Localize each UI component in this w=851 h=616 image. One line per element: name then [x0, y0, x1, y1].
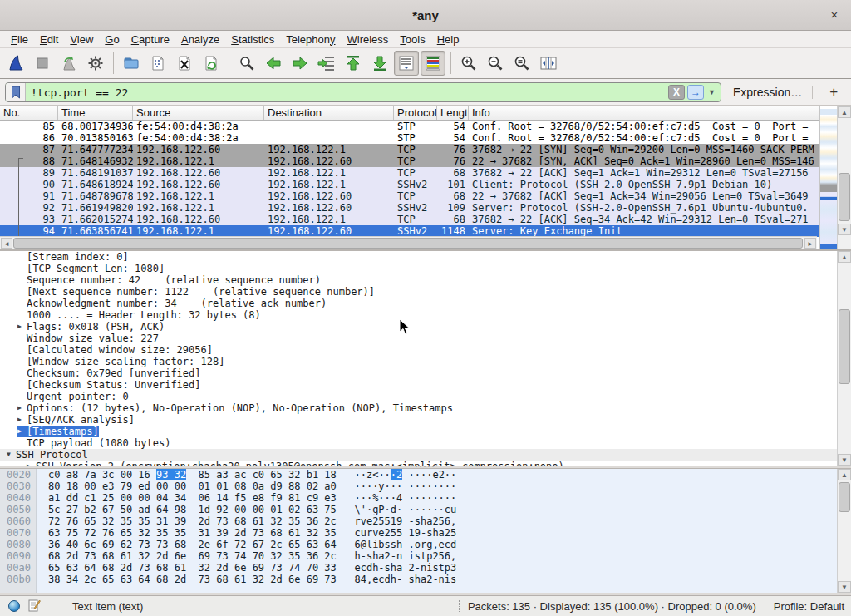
- scroll-down-icon[interactable]: ▼: [838, 454, 851, 466]
- menu-view[interactable]: View: [64, 32, 99, 47]
- find-packet-button[interactable]: [234, 51, 259, 76]
- column-header-source[interactable]: Source: [133, 106, 264, 120]
- resize-columns-button[interactable]: [536, 51, 561, 76]
- scrollbar-thumb[interactable]: [13, 238, 803, 249]
- zoom-in-button[interactable]: [456, 51, 481, 76]
- zoom-100-button[interactable]: [509, 51, 534, 76]
- menu-telephony[interactable]: Telephony: [280, 32, 341, 47]
- hex-row-0080[interactable]: 008036 40 6c 69 62 73 73 68 2e 6f 72 67 …: [0, 539, 851, 550]
- save-file-button[interactable]: [145, 51, 170, 76]
- go-to-bottom-button[interactable]: [367, 51, 392, 76]
- hex-row-00a0[interactable]: 00a065 63 64 68 2d 73 68 61 32 2d 6e 69 …: [0, 562, 851, 574]
- packet-list-horizontal-scrollbar[interactable]: ◄ ►: [0, 236, 817, 249]
- scroll-up-icon[interactable]: ▲: [838, 469, 851, 480]
- display-filter-input[interactable]: !tcp.port == 22: [26, 86, 668, 99]
- expression-button[interactable]: Expression…: [733, 86, 802, 99]
- packet-row-85[interactable]: 8568.001734936fe:54:00:d4:38:2aSTP54Conf…: [0, 121, 851, 132]
- apply-filter-button[interactable]: →: [687, 85, 704, 100]
- go-to-top-button[interactable]: [341, 51, 366, 76]
- stop-capture-button[interactable]: [30, 51, 55, 76]
- packet-row-89[interactable]: 8971.648191037192.168.122.60192.168.122.…: [0, 167, 851, 179]
- reload-file-button[interactable]: [199, 51, 224, 76]
- detail-line[interactable]: Urgent pointer: 0: [0, 391, 851, 402]
- menu-help[interactable]: Help: [431, 32, 465, 47]
- detail-line[interactable]: [Stream index: 0]: [0, 251, 851, 263]
- menu-file[interactable]: File: [5, 32, 34, 47]
- go-back-button[interactable]: [261, 51, 286, 76]
- expand-closed-icon[interactable]: ▶: [17, 426, 27, 437]
- expand-open-icon[interactable]: ▼: [7, 449, 16, 461]
- detail-line[interactable]: 1000 .... = Header Length: 32 bytes (8): [0, 309, 851, 321]
- packet-row-92[interactable]: 9271.661949820192.168.122.1192.168.122.6…: [0, 202, 851, 214]
- menu-wireless[interactable]: Wireless: [342, 32, 395, 47]
- detail-line[interactable]: Acknowledgment number: 34 (relative ack …: [0, 298, 851, 309]
- hex-row-0050[interactable]: 00505c 27 b2 67 50 ad 64 98 1d 92 00 00 …: [0, 504, 851, 515]
- open-file-button[interactable]: [119, 51, 144, 76]
- display-filter-entry[interactable]: !tcp.port == 22 X → ▼: [5, 82, 721, 102]
- packet-row-87[interactable]: 8771.647777234192.168.122.60192.168.122.…: [0, 144, 851, 155]
- detail-line[interactable]: Sequence number: 42 (relative sequence n…: [0, 274, 851, 286]
- packet-row-91[interactable]: 9171.648789678192.168.122.1192.168.122.6…: [0, 190, 851, 202]
- restart-capture-button[interactable]: [57, 51, 81, 76]
- detail-line[interactable]: ▶[SEQ/ACK analysis]: [0, 414, 851, 426]
- column-header-length[interactable]: Length: [437, 106, 469, 120]
- detail-line[interactable]: [Window size scaling factor: 128]: [0, 356, 851, 367]
- detail-line[interactable]: ▼SSH Protocol: [0, 449, 851, 461]
- clear-filter-button[interactable]: X: [668, 85, 685, 100]
- scroll-down-icon[interactable]: ▼: [838, 581, 851, 593]
- intelligent-scrollbar-minimap[interactable]: [819, 106, 837, 249]
- column-header-protocol[interactable]: Protocol: [394, 106, 437, 120]
- hex-row-0070[interactable]: 007063 75 72 76 65 32 35 35 31 39 2d 73 …: [0, 527, 851, 539]
- scroll-up-icon[interactable]: ▲: [838, 251, 851, 263]
- detail-line[interactable]: [TCP Segment Len: 1080]: [0, 263, 851, 274]
- hex-row-0090[interactable]: 009068 2d 73 68 61 32 2d 6e 69 73 74 70 …: [0, 550, 851, 562]
- detail-vertical-scrollbar[interactable]: ▲ ▼: [837, 251, 851, 466]
- detail-line[interactable]: ▶Options: (12 bytes), No-Operation (NOP)…: [0, 402, 851, 414]
- packet-row-88[interactable]: 8871.648146932192.168.122.1192.168.122.6…: [0, 155, 851, 167]
- close-window-button[interactable]: ×: [826, 7, 843, 23]
- hex-row-0020[interactable]: 0020c0 a8 7a 3c 00 16 93 32 85 a3 ac c0 …: [0, 469, 851, 480]
- menu-statistics[interactable]: Statistics: [225, 32, 280, 47]
- column-header-time[interactable]: Time: [58, 106, 133, 120]
- scrollbar-thumb[interactable]: [839, 482, 850, 512]
- capture-comment-icon[interactable]: [28, 599, 41, 614]
- scroll-left-icon[interactable]: ◄: [1, 238, 12, 249]
- packet-row-93[interactable]: 9371.662015274192.168.122.60192.168.122.…: [0, 214, 851, 225]
- colorize-button[interactable]: [421, 51, 445, 76]
- detail-line[interactable]: ▶Flags: 0x018 (PSH, ACK): [0, 321, 851, 333]
- menu-tools[interactable]: Tools: [394, 32, 430, 47]
- menu-edit[interactable]: Edit: [34, 32, 64, 47]
- detail-line[interactable]: [Checksum Status: Unverified]: [0, 379, 851, 391]
- packet-row-94[interactable]: 9471.663856741192.168.122.1192.168.122.6…: [0, 225, 851, 237]
- detail-line[interactable]: [Calculated window size: 29056]: [0, 344, 851, 356]
- title-bar[interactable]: *any ×: [0, 0, 851, 31]
- detail-line[interactable]: Window size value: 227: [0, 333, 851, 344]
- expand-closed-icon[interactable]: ▶: [17, 414, 27, 426]
- auto-scroll-button[interactable]: [394, 51, 419, 76]
- detail-line[interactable]: TCP payload (1080 bytes): [0, 437, 851, 449]
- capture-options-button[interactable]: [83, 51, 108, 76]
- scroll-down-icon[interactable]: ▼: [838, 224, 851, 235]
- packet-list-header[interactable]: No.TimeSourceDestinationProtocolLengthIn…: [0, 106, 851, 121]
- status-profile[interactable]: Profile: Default: [774, 600, 844, 613]
- add-filter-button[interactable]: +: [823, 84, 844, 101]
- detail-line[interactable]: ▶[Timestamps]: [0, 426, 851, 437]
- hex-row-0030[interactable]: 003080 18 00 e3 79 ed 00 00 01 01 08 0a …: [0, 480, 851, 492]
- column-header-destination[interactable]: Destination: [264, 106, 394, 120]
- menu-go[interactable]: Go: [99, 32, 125, 47]
- go-to-packet-button[interactable]: [314, 51, 339, 76]
- packet-row-86[interactable]: 8670.013850163fe:54:00:d4:38:2aSTP54Conf…: [0, 132, 851, 144]
- packet-list-vertical-scrollbar[interactable]: ▲ ▼: [837, 106, 851, 249]
- hex-row-00b0[interactable]: 00b038 34 2c 65 63 64 68 2d 73 68 61 32 …: [0, 574, 851, 585]
- scroll-up-icon[interactable]: ▲: [838, 106, 851, 118]
- expert-info-icon[interactable]: [8, 600, 20, 612]
- start-capture-button[interactable]: [3, 51, 28, 76]
- filter-bookmark-button[interactable]: [6, 83, 26, 101]
- detail-line[interactable]: [Next sequence number: 1122 (relative se…: [0, 286, 851, 298]
- detail-line[interactable]: Checksum: 0x79ed [unverified]: [0, 367, 851, 379]
- scroll-right-icon[interactable]: ►: [804, 238, 816, 249]
- go-forward-button[interactable]: [288, 51, 312, 76]
- zoom-out-button[interactable]: [483, 51, 508, 76]
- close-file-button[interactable]: [172, 51, 197, 76]
- hex-row-0060[interactable]: 006072 76 65 32 35 35 31 39 2d 73 68 61 …: [0, 515, 851, 527]
